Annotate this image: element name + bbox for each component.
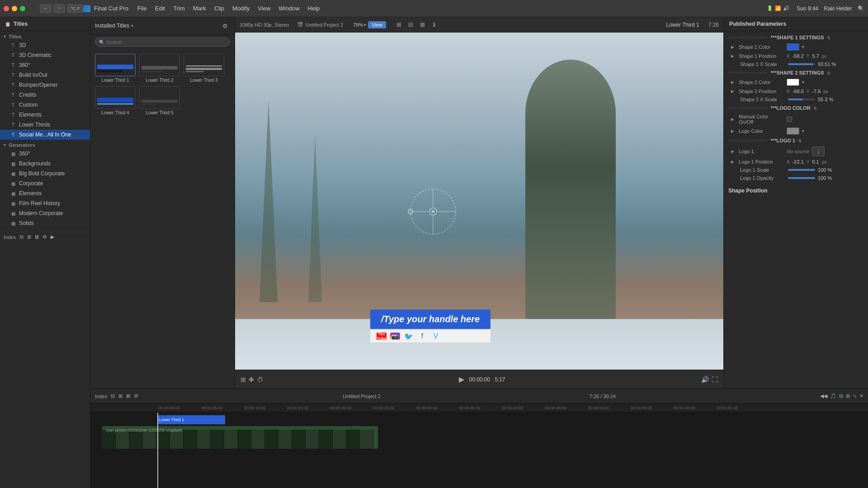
expand-arrow[interactable]: ▶ bbox=[731, 54, 734, 58]
thumbnail-lower-third-2[interactable]: Lower Third 2 bbox=[139, 54, 180, 83]
timeline-tool-panel[interactable]: ⊠ bbox=[126, 393, 130, 399]
timeline-tool-grid[interactable]: ⊞ bbox=[118, 393, 123, 399]
expand-arrow[interactable]: ▶ bbox=[731, 80, 734, 84]
expand-arrow[interactable]: ▶ bbox=[731, 117, 734, 122]
crop-tool[interactable]: ⊞ bbox=[241, 376, 246, 383]
timeline-expand-icon[interactable]: ⤡ bbox=[853, 393, 857, 399]
info-icon[interactable]: ℹ bbox=[429, 20, 439, 30]
traffic-lights[interactable] bbox=[4, 6, 25, 11]
zoom-dropdown[interactable]: ▾ bbox=[364, 23, 366, 27]
shape1-color-swatch[interactable] bbox=[787, 43, 799, 51]
menu-help[interactable]: Help bbox=[308, 5, 320, 12]
sidebar-section-generators[interactable]: ▼ Generators bbox=[0, 140, 90, 149]
expand-arrow[interactable]: ▶ bbox=[731, 129, 734, 133]
fullscreen-button[interactable] bbox=[20, 6, 25, 11]
sidebar-item-gen-360[interactable]: ▦ 360° bbox=[0, 149, 90, 159]
browser-dropdown-arrow[interactable]: ▾ bbox=[131, 23, 133, 28]
browser-options-icon[interactable]: ⚙ bbox=[220, 21, 230, 31]
transform-tool[interactable]: ✥ bbox=[249, 376, 254, 383]
sidebar-item-social-all-in-one[interactable]: T Social Me...All In One bbox=[0, 130, 90, 140]
section-sort-icon[interactable]: ⇅ bbox=[827, 70, 830, 75]
list-view-icon[interactable]: ⊟ bbox=[19, 234, 24, 240]
expand-arrow[interactable]: ▶ bbox=[731, 160, 734, 164]
logo-color-swatch[interactable] bbox=[787, 127, 799, 135]
manual-color-checkbox[interactable] bbox=[787, 117, 792, 122]
sidebar-item-bumper[interactable]: T Bumper/Opener bbox=[0, 80, 90, 90]
menu-modify[interactable]: Modify bbox=[232, 5, 250, 12]
layout-icon-3[interactable]: ⊠ bbox=[418, 20, 428, 30]
timeline-tool-list[interactable]: ⊟ bbox=[111, 393, 115, 399]
thumbnail-lower-third-1[interactable]: Lower Third 1 bbox=[95, 54, 136, 83]
gear-icon[interactable]: ⚙ bbox=[42, 234, 47, 240]
logo-download-button[interactable]: ↓ bbox=[812, 146, 825, 156]
close-button[interactable] bbox=[4, 6, 9, 11]
search-bar[interactable]: 🔍 bbox=[95, 38, 230, 47]
title-clip[interactable]: Lower Third 1 bbox=[157, 415, 225, 424]
sidebar-section-titles[interactable]: ▼ Titles bbox=[0, 31, 90, 40]
scale-slider[interactable] bbox=[788, 169, 815, 171]
scale-slider[interactable] bbox=[788, 177, 815, 179]
play-button[interactable]: ▶ bbox=[459, 375, 464, 384]
menu-clip[interactable]: Clip bbox=[214, 5, 224, 12]
sidebar-item-build[interactable]: T Build In/Out bbox=[0, 70, 90, 80]
search-input[interactable] bbox=[106, 39, 226, 45]
timeline-tool-options[interactable]: ⚙ bbox=[134, 393, 138, 399]
y-value[interactable]: 0.1 bbox=[812, 159, 819, 164]
sidebar-item-backgrounds[interactable]: ▦ Backgrounds bbox=[0, 159, 90, 169]
scale-slider[interactable] bbox=[788, 63, 815, 65]
expand-arrow[interactable]: ▶ bbox=[731, 149, 734, 154]
sidebar-item-solids[interactable]: ▦ Solids bbox=[0, 218, 90, 228]
transform-handle[interactable] bbox=[406, 184, 460, 240]
thumbnail-lower-third-4[interactable]: Lower Third 4 bbox=[95, 86, 136, 115]
timeline-split-icon[interactable]: ⊟ bbox=[839, 393, 843, 399]
x-value[interactable]: -22.1 bbox=[793, 159, 804, 164]
sidebar-item-360[interactable]: T 360° bbox=[0, 60, 90, 70]
timeline-index-label[interactable]: Index bbox=[95, 394, 107, 399]
up-button[interactable]: ↑ bbox=[53, 4, 65, 13]
sidebar-item-3d[interactable]: T 3D bbox=[0, 40, 90, 50]
expand-arrow[interactable]: ▶ bbox=[731, 45, 734, 49]
panel-icon[interactable]: ⊠ bbox=[35, 234, 39, 240]
menu-view[interactable]: View bbox=[258, 5, 270, 12]
sidebar-item-lower-thirds[interactable]: T Lower Thirds bbox=[0, 120, 90, 130]
menu-file[interactable]: File bbox=[137, 5, 147, 12]
search-icon[interactable]: 🔍 bbox=[858, 5, 864, 12]
x-value[interactable]: -68.6 bbox=[793, 89, 804, 94]
fullscreen-icon[interactable]: ⛶ bbox=[712, 376, 718, 383]
section-sort-icon[interactable]: ⇅ bbox=[813, 106, 817, 111]
color-dropdown[interactable]: ▾ bbox=[802, 129, 804, 133]
timeline-audio-icon[interactable]: 🎵 bbox=[830, 393, 836, 399]
timeline-clip-icon[interactable]: ⊞ bbox=[846, 393, 850, 399]
branch-button[interactable]: ⌥↗ bbox=[67, 4, 83, 13]
sidebar-item-film-reel-history[interactable]: ▦ Film Reel History bbox=[0, 198, 90, 208]
sidebar-item-modern-corporate[interactable]: ▦ Modern Corporate bbox=[0, 208, 90, 218]
menu-trim[interactable]: Trim bbox=[173, 5, 185, 12]
sidebar-item-corporate[interactable]: ▦ Corporate bbox=[0, 178, 90, 188]
layout-icon-1[interactable]: ⊞ bbox=[394, 20, 404, 30]
arrow-icon[interactable]: ▶ bbox=[51, 234, 54, 240]
back-button[interactable]: ← bbox=[40, 4, 52, 13]
zoom-level[interactable]: 79% ▾ bbox=[353, 22, 366, 28]
color-dropdown[interactable]: ▾ bbox=[802, 45, 804, 49]
section-sort-icon[interactable]: ⇅ bbox=[827, 35, 830, 40]
sidebar-item-elements[interactable]: T Elements bbox=[0, 110, 90, 120]
layout-icon-2[interactable]: ⊟ bbox=[406, 20, 416, 30]
section-sort-icon[interactable]: ⇅ bbox=[798, 138, 802, 143]
menu-bar[interactable]: File Edit Trim Mark Clip Modify View Win… bbox=[137, 5, 320, 12]
x-value[interactable]: -58.2 bbox=[793, 53, 804, 59]
sidebar-item-gen-elements[interactable]: ▦ Elements bbox=[0, 188, 90, 198]
view-button[interactable]: View bbox=[368, 21, 386, 28]
playhead[interactable] bbox=[157, 413, 158, 488]
y-value[interactable]: 5.7 bbox=[812, 53, 819, 59]
sidebar-item-credits[interactable]: T Credits bbox=[0, 90, 90, 100]
menu-edit[interactable]: Edit bbox=[155, 5, 165, 12]
menu-window[interactable]: Window bbox=[278, 5, 299, 12]
menu-mark[interactable]: Mark bbox=[193, 5, 206, 12]
shape2-color-swatch[interactable] bbox=[787, 79, 799, 86]
thumbnail-lower-third-5[interactable]: Lower Third 5 bbox=[139, 86, 180, 115]
timeline-close-icon[interactable]: ✕ bbox=[859, 393, 863, 399]
volume-icon[interactable]: 🔊 bbox=[701, 376, 709, 383]
y-value[interactable]: -7.6 bbox=[812, 89, 821, 94]
sidebar-item-3d-cinematic[interactable]: T 3D Cinematic bbox=[0, 50, 90, 60]
scale-slider[interactable] bbox=[788, 99, 815, 100]
